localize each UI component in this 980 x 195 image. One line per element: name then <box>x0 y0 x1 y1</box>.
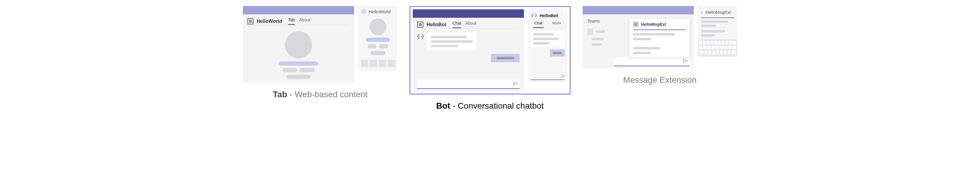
svg-point-1 <box>421 36 422 37</box>
placeholder-line <box>596 30 605 33</box>
capability-row: HelloWorld Tab About <box>6 6 974 111</box>
msgext-column: Teams <box>582 6 737 85</box>
bot-app-name: HelloBot <box>426 22 446 27</box>
tab-mobile-title: HelloWorld <box>369 9 390 14</box>
tab-app-header: HelloWorld Tab About <box>243 14 354 25</box>
bot-avatar-icon <box>531 12 537 18</box>
placeholder-line <box>533 42 549 45</box>
tab-item-chat[interactable]: Chat <box>452 21 461 28</box>
placeholder-line <box>701 21 728 23</box>
send-icon[interactable] <box>561 74 565 78</box>
tab-item-about[interactable]: About <box>465 21 476 28</box>
placeholder-line <box>592 43 602 46</box>
placeholder-line <box>366 38 390 42</box>
bot-desktop-mock: HelloBot Chat About <box>413 9 524 91</box>
team-icon <box>587 28 593 35</box>
placeholder-line <box>592 38 604 40</box>
bottom-nav[interactable] <box>361 60 395 67</box>
avatar-icon <box>361 9 366 14</box>
placeholder-line <box>431 45 458 47</box>
sidebar-subitem[interactable] <box>587 43 605 46</box>
placeholder-line <box>701 25 716 27</box>
placeholder-line <box>431 36 467 38</box>
bot-message-row <box>417 33 520 50</box>
bot-mobile-mock: HelloBot Chat More <box>528 9 567 82</box>
placeholder-line <box>701 34 714 37</box>
placeholder-line <box>431 40 473 43</box>
tab-item-about[interactable]: About <box>299 18 310 25</box>
placeholder-line <box>633 47 660 50</box>
back-icon[interactable]: ‹ <box>701 9 703 15</box>
window-titlebar <box>243 6 354 14</box>
sidebar-subitem[interactable] <box>587 38 605 40</box>
tab-app-name: HelloWorld <box>257 19 282 24</box>
placeholder-line <box>701 30 725 32</box>
placeholder-line <box>533 38 558 40</box>
bot-chat-body <box>413 29 524 80</box>
app-icon <box>247 18 254 25</box>
window-titlebar <box>582 6 694 14</box>
accent-underline <box>633 29 686 30</box>
placeholder-line <box>282 68 297 72</box>
window-titlebar <box>413 9 524 18</box>
send-icon[interactable] <box>513 81 518 87</box>
placeholder-line <box>633 38 651 40</box>
nav-item[interactable] <box>379 60 386 67</box>
bot-mobile-header: HelloBot <box>528 9 567 21</box>
tab-desktop-mock: HelloWorld Tab About <box>243 6 354 83</box>
placeholder-line <box>371 51 385 55</box>
placeholder-line <box>379 44 388 48</box>
tab-panels: HelloWorld Tab About <box>243 6 398 83</box>
msgext-caption: Message Extension <box>623 75 697 85</box>
msgext-popup[interactable]: HelloMsgExt <box>630 19 690 57</box>
tab-mobile-content <box>358 16 398 71</box>
bot-message-bubble <box>427 33 476 50</box>
message-composer[interactable] <box>614 57 690 66</box>
avatar-placeholder <box>369 18 386 35</box>
svg-point-0 <box>420 36 420 37</box>
mobile-tab-chat[interactable]: Chat <box>533 21 544 28</box>
bot-mobile-tabs[interactable]: Chat More <box>528 21 567 28</box>
tab-item-tab[interactable]: Tab <box>288 18 295 25</box>
user-reply-bubble <box>550 50 565 57</box>
send-icon[interactable] <box>683 59 688 64</box>
tab-column: HelloWorld Tab About <box>243 6 398 99</box>
msgext-mobile-mock: ‹ HelloMsgExt <box>698 6 737 57</box>
bot-mobile-title: HelloBot <box>539 13 558 18</box>
mobile-tab-more[interactable]: More <box>551 21 562 28</box>
msgext-mobile-header: ‹ HelloMsgExt <box>698 6 737 18</box>
app-icon <box>633 22 638 27</box>
user-reply-bubble <box>491 54 520 62</box>
bot-mobile-chat <box>528 28 567 74</box>
tab-content <box>243 25 354 83</box>
nav-item[interactable] <box>361 60 368 67</box>
app-icon <box>417 21 423 28</box>
svg-point-2 <box>533 15 534 16</box>
msgext-desktop-mock: Teams <box>582 6 694 69</box>
nav-item[interactable] <box>370 60 377 67</box>
placeholder-line <box>286 75 310 79</box>
bot-app-tabs[interactable]: Chat About <box>452 21 476 28</box>
placeholder-line <box>368 44 377 48</box>
msgext-panels: Teams <box>582 6 737 69</box>
bot-avatar-icon <box>417 33 424 40</box>
message-composer[interactable] <box>417 80 520 89</box>
placeholder-line <box>533 33 554 35</box>
bot-app-header: HelloBot Chat About <box>413 18 524 28</box>
tab-caption: Tab - Web-based content <box>273 90 368 99</box>
placeholder-line <box>633 33 675 35</box>
bot-caption: Bot - Conversational chatbot <box>436 101 544 111</box>
mobile-keyboard[interactable] <box>698 39 737 57</box>
msgext-main-pane: HelloMsgExt <box>609 14 694 69</box>
msgext-popup-title: HelloMsgExt <box>641 22 666 27</box>
bot-column: HelloBot Chat About <box>409 6 571 111</box>
mobile-message-composer[interactable] <box>531 74 565 80</box>
nav-item[interactable] <box>388 60 395 67</box>
sidebar-item[interactable] <box>587 28 605 35</box>
tab-mobile-header: HelloWorld <box>358 6 398 16</box>
bot-panels-selected: HelloBot Chat About <box>409 6 571 94</box>
avatar-placeholder <box>285 31 312 58</box>
msgext-mobile-title: HelloMsgExt <box>706 10 731 15</box>
tab-app-tabs[interactable]: Tab About <box>288 18 310 25</box>
svg-point-3 <box>535 15 535 16</box>
